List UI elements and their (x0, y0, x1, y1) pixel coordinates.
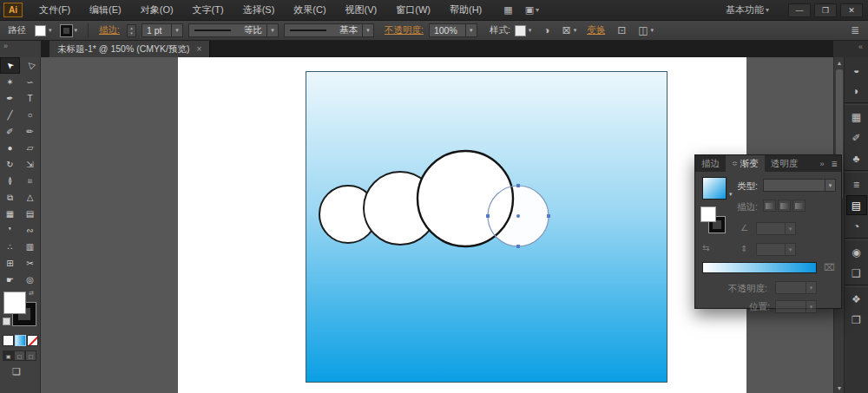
shape-builder-tool[interactable]: ⧉ (0, 189, 20, 206)
center-point[interactable] (516, 214, 520, 218)
tab-close-icon[interactable]: × (196, 44, 201, 54)
appearance-icon[interactable]: ◉ (846, 242, 867, 262)
anchor-point[interactable] (486, 214, 490, 218)
gradient-tool[interactable]: ▤ (20, 206, 40, 222)
screen-mode-button[interactable]: ❏ (12, 366, 40, 377)
reverse-gradient-icon[interactable]: ⇆ (702, 243, 709, 252)
swatches-icon[interactable]: ▦ (846, 107, 867, 127)
gradient-thumbnail-caret-icon[interactable]: ▾ (729, 191, 733, 198)
artboard-tool[interactable]: ⊞ (0, 255, 20, 272)
panel-collapse-icon[interactable]: ≎ (732, 160, 738, 167)
anchor-point[interactable] (516, 184, 520, 187)
document-tab[interactable]: 未标题-1* @ 150% (CMYK/预览) × (49, 41, 210, 57)
menu-item-1[interactable]: 编辑(E) (80, 0, 131, 21)
graphic-styles-icon[interactable]: ❑ (846, 263, 867, 283)
stroke-weight-select[interactable]: 1 pt ▾ (141, 23, 183, 37)
menu-item-2[interactable]: 对象(O) (131, 0, 183, 21)
fill-proxy-swatch[interactable] (3, 291, 26, 314)
eraser-tool[interactable]: ▱ (20, 140, 40, 156)
width-profile-select[interactable]: 等比 ▾ (188, 23, 279, 37)
dock-collapse-icon[interactable]: « (833, 41, 868, 57)
draw-behind-button[interactable]: ▢ (14, 350, 25, 361)
stroke-swatch[interactable] (61, 25, 72, 36)
panel-menu-icon[interactable]: ≣ (827, 155, 841, 172)
stroke-gradient-along-button[interactable] (778, 200, 791, 212)
fill-caret-icon[interactable]: ▾ (49, 27, 52, 34)
zoom-tool[interactable]: ◎ (20, 272, 40, 288)
artboards-icon[interactable]: ❐ (846, 310, 867, 330)
blob-brush-tool[interactable]: ● (0, 140, 20, 156)
angle-caret-icon[interactable]: ▾ (785, 223, 795, 234)
free-transform-tool[interactable]: ⌗ (20, 173, 40, 189)
lasso-tool[interactable]: ∽ (20, 74, 40, 90)
menu-item-4[interactable]: 选择(S) (233, 0, 285, 21)
ellipse-tool[interactable]: ○ (20, 107, 40, 123)
menu-item-5[interactable]: 效果(C) (284, 0, 335, 21)
workspace-caret-icon[interactable]: ▾ (766, 6, 769, 14)
opacity-panel-link[interactable]: 不透明度: (385, 24, 424, 36)
direct-selection-tool[interactable]: ▷ (20, 57, 40, 74)
slice-tool[interactable]: ✂ (20, 255, 40, 272)
width-tool[interactable]: ≬ (0, 173, 20, 189)
menu-item-8[interactable]: 帮助(H) (440, 0, 491, 21)
opacity-caret-icon[interactable]: ▾ (465, 24, 477, 36)
select-similar-icon[interactable]: ◫ (638, 24, 648, 36)
gradient-type-select[interactable]: ▾ (763, 179, 836, 192)
menu-item-0[interactable]: 文件(F) (30, 0, 80, 21)
style-swatch[interactable] (515, 25, 526, 36)
symbols-icon[interactable]: ♣ (846, 148, 867, 168)
stroke-weight-stepper[interactable]: ▴ ▾ (127, 24, 136, 37)
color-icon[interactable]: ◒ (846, 60, 867, 80)
stop-opacity-select[interactable]: ▾ (775, 281, 817, 294)
gradient-type-caret-icon[interactable]: ▾ (825, 180, 835, 191)
select-similar-caret-icon[interactable]: ▾ (651, 27, 654, 34)
menu-item-6[interactable]: 视图(V) (336, 0, 387, 21)
type-tool[interactable]: T (20, 90, 40, 107)
align-caret-icon[interactable]: ▾ (574, 27, 577, 34)
style-caret-icon[interactable]: ▾ (529, 27, 532, 34)
color-guide-icon[interactable]: ◗ (846, 81, 867, 101)
gradient-thumbnail[interactable] (702, 177, 727, 200)
fill-swatch[interactable] (35, 25, 46, 36)
control-panel-menu-icon[interactable]: ≣ (851, 24, 859, 36)
transparency-icon[interactable]: ◔ (846, 216, 867, 236)
magic-wand-tool[interactable]: ✶ (0, 74, 20, 90)
blend-tool[interactable]: ∾ (20, 222, 40, 239)
restore-button[interactable]: ❐ (814, 3, 837, 17)
default-fill-stroke-icon[interactable] (3, 318, 10, 325)
draw-inside-button[interactable]: ▢ (25, 350, 36, 361)
recolor-artwork-icon[interactable]: ◑ (543, 24, 549, 36)
color-fill-button[interactable] (3, 335, 14, 346)
paintbrush-tool[interactable]: ✐ (0, 123, 20, 140)
stroke-panel-link[interactable]: 描边: (99, 24, 120, 36)
panel-fill-proxy[interactable] (700, 206, 716, 222)
rotate-tool[interactable]: ↻ (0, 156, 20, 173)
panel-tab-2[interactable]: 透明度 (765, 155, 805, 172)
align-options-icon[interactable]: ⊠ (562, 24, 571, 36)
none-fill-button[interactable] (27, 335, 38, 346)
change-layout-icon[interactable]: ▣ (525, 4, 534, 16)
anchor-point[interactable] (547, 214, 550, 218)
brush-definition-select[interactable]: 基本 ▾ (284, 23, 374, 37)
stroke-color-dropdown[interactable]: ▾ (61, 25, 78, 36)
circle-shape-3[interactable] (418, 151, 513, 246)
stepper-down-icon[interactable]: ▾ (130, 30, 133, 36)
line-segment-tool[interactable]: ╱ (0, 107, 20, 123)
stop-opacity-caret-icon[interactable]: ▾ (806, 282, 816, 293)
panel-tab-0[interactable]: 描边 (695, 155, 726, 172)
stroke-caret-icon[interactable]: ▾ (75, 27, 78, 34)
symbol-sprayer-tool[interactable]: ∴ (0, 239, 20, 255)
tools-panel-collapse-icon[interactable]: » (0, 41, 41, 57)
arrange-documents-icon[interactable]: ▦ (503, 4, 512, 16)
swap-fill-stroke-icon[interactable]: ⇄ (29, 290, 34, 297)
layers-icon[interactable]: ❖ (846, 289, 867, 309)
scale-tool[interactable]: ⇲ (20, 156, 40, 173)
panel-overflow-icon[interactable]: » (816, 155, 827, 172)
style-dropdown[interactable]: ▾ (515, 25, 532, 36)
brushes-icon[interactable]: ✐ (846, 128, 867, 147)
draw-normal-button[interactable]: ▣ (3, 350, 14, 361)
brush-caret-icon[interactable]: ▾ (362, 24, 373, 36)
delete-stop-icon[interactable]: ⌧ (824, 262, 835, 273)
eyedropper-tool[interactable]: ❜ (0, 222, 20, 239)
location-caret-icon[interactable]: ▾ (806, 301, 816, 312)
